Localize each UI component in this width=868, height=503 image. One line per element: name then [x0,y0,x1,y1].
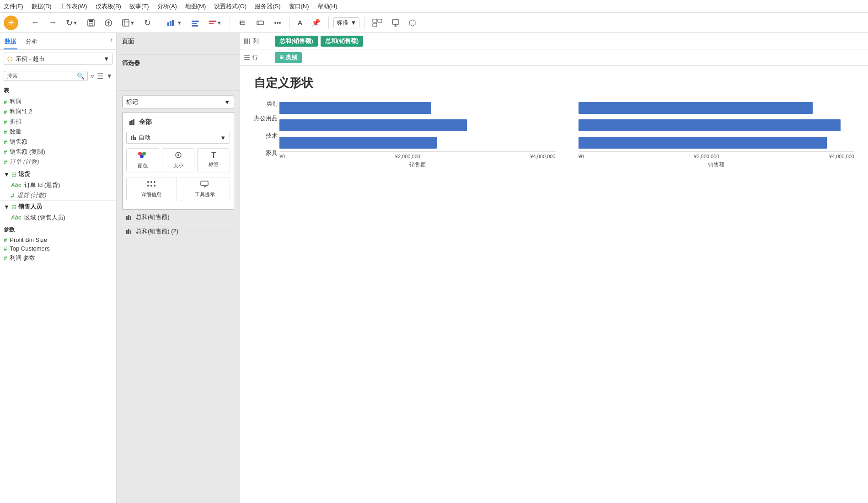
field-item-profit[interactable]: # 利润 [0,96,116,107]
field-item-returns-count[interactable]: # 退货 (计数) [7,190,116,200]
search-box[interactable]: 🔍 [4,71,88,81]
view-button[interactable] [369,17,386,29]
chart-layout: 类别 办公用品 技术 家具 [254,100,854,169]
menu-story[interactable]: 故事(T) [129,2,149,11]
x-tick-0: ¥0 [279,154,285,159]
svg-rect-1 [89,20,93,22]
back-button[interactable]: ← [28,16,43,29]
data-source-select[interactable]: ⊙ 示例 - 超市 ▼ [4,53,113,65]
mark-label-button[interactable]: T 标签 [197,148,230,172]
marks-dropdown[interactable]: 标记 ▼ [122,96,234,108]
field-item-order-count[interactable]: # 订单 (计数) [0,157,116,167]
row-pill-1[interactable]: ⊞ 类别 [275,52,302,63]
right-bar-furniture [579,135,855,150]
mark-color-button[interactable]: 颜色 [126,148,159,172]
cat-label-furniture: 家具 [254,145,278,161]
marks-type-dropdown[interactable]: 自动 ▼ [126,132,230,144]
group-returns: ▼ ⊞ 退货 Abc 订单 Id (退货) # 退货 (计数) [0,168,116,200]
forward-button[interactable]: → [45,16,60,29]
param-profit-param[interactable]: # 利润 参数 [0,253,116,263]
sum-row-2[interactable]: 总和(销售额) (2) [122,224,234,238]
menu-data[interactable]: 数据(D) [32,2,52,11]
col-pill-1[interactable]: 总和(销售额) [275,36,318,47]
param-top-customers[interactable]: # Top Customers [0,244,116,253]
save-button[interactable] [84,17,98,29]
refresh-button[interactable]: ↻ [141,16,154,30]
col-pill-2[interactable]: 总和(销售额) [321,36,364,47]
menu-format[interactable]: 设置格式(O) [214,2,246,11]
marks-all-row[interactable]: 全部 [126,116,230,128]
menu-analysis[interactable]: 分析(A) [157,2,177,11]
fit-button[interactable] [253,17,268,29]
bar-tech-left [279,119,467,131]
right-bars [579,100,855,151]
filter-icon[interactable]: ▿ [91,72,94,80]
undo-button[interactable]: ↻▼ [63,16,81,30]
show-me-button[interactable]: ▼ [164,17,185,29]
field-item-discount[interactable]: # 折扣 [0,117,116,127]
toolbar-sep-3 [230,16,230,29]
params-section: 参数 # Profit Bin Size # Top Customers # 利… [0,223,116,264]
group-returns-header[interactable]: ▼ ⊞ 退货 [0,168,116,180]
filter-section-title: 筛选器 [122,59,234,67]
menu-help[interactable]: 帮助(H) [317,2,338,11]
tab-analysis[interactable]: 分析 [25,36,38,49]
svg-rect-13 [192,23,197,24]
marks-type-arrow: ▼ [220,134,226,141]
field-item-profit-calc[interactable]: # 利润*1.2 [0,107,116,117]
chart-type-button[interactable] [188,17,203,29]
app-logo: ✳ [4,16,18,30]
menu-dashboard[interactable]: 仪表板(B) [96,2,121,11]
svg-point-36 [140,155,144,158]
field-label: 销售额 (复制) [10,148,45,156]
svg-rect-22 [373,19,377,22]
new-datasource-button[interactable] [101,17,116,29]
sheet-button[interactable]: ▼ [118,17,138,29]
field-type-icon: Abc [11,182,21,188]
param-profit-bin[interactable]: # Profit Bin Size [0,235,116,244]
sum-row-1[interactable]: 总和(销售额) [122,210,234,224]
sum-label-1: 总和(销售额) [136,213,170,221]
menu-worksheet[interactable]: 工作表(W) [60,2,87,11]
left-x-ticks: ¥0 ¥2,000,000 ¥4,000,000 [279,151,556,159]
field-item-sales-copy[interactable]: # 销售额 (复制) [0,147,116,157]
share-button[interactable]: ⬡ [406,16,419,30]
menu-server[interactable]: 服务器(S) [255,2,280,11]
chart-type2-button[interactable]: ▼ [205,17,225,29]
label-icon: T [211,151,216,160]
collapse-button[interactable]: ‹ [110,36,113,49]
presentation-button[interactable] [388,17,403,29]
field-item-sales[interactable]: # 销售额 [0,137,116,147]
swap-button[interactable] [235,17,250,29]
field-item-region-sales[interactable]: Abc 区域 (销售人员) [7,213,116,223]
field-type-icon: # [4,128,7,135]
menu-window[interactable]: 窗口(N) [289,2,309,11]
detail-label: 详细信息 [141,191,161,198]
group-button[interactable] [270,17,285,29]
datasource-icon: ⊙ [7,54,13,63]
col-label-text: 列 [253,37,259,45]
text-button[interactable]: A [295,17,306,28]
field-label: 区域 (销售人员) [24,214,65,222]
bar-furniture-left [279,137,437,149]
mark-tooltip-button[interactable]: 工具提示 [180,177,230,201]
search-icon[interactable]: 🔍 [77,72,85,80]
marks-panel: 全部 自动 ▼ [122,112,234,210]
svg-point-42 [147,185,149,187]
tab-data[interactable]: 数据 [4,36,17,49]
dropdown-arrow: ▼ [350,19,356,26]
sort-icon[interactable]: ▼ [106,72,113,80]
standard-dropdown[interactable]: 标准 ▼ [333,17,359,28]
search-input[interactable] [7,73,77,79]
mark-size-button[interactable]: 大小 [162,148,195,172]
field-item-quantity[interactable]: # 数量 [0,127,116,137]
mark-detail-button[interactable]: 详细信息 [126,177,177,201]
list-view-icon[interactable]: ☰ [97,72,103,80]
marks-buttons-row1: 颜色 大小 T 标签 [126,148,230,172]
group-salespeople-header[interactable]: ▼ ⊞ 销售人员 [0,201,116,213]
field-item-order-id-returns[interactable]: Abc 订单 Id (退货) [7,180,116,190]
svg-rect-30 [133,119,134,125]
pin-button[interactable]: 📌 [308,16,324,29]
menu-file[interactable]: 文件(F) [4,2,23,11]
menu-map[interactable]: 地图(M) [185,2,206,11]
